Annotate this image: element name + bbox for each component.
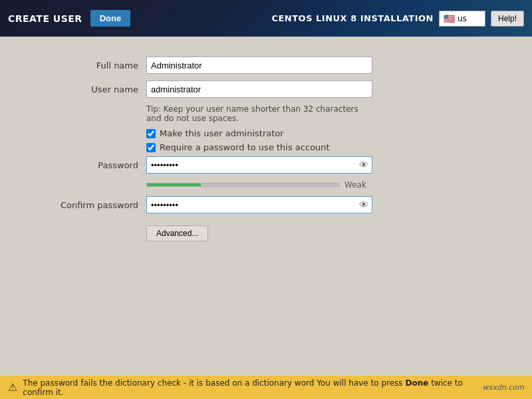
password-input[interactable] <box>146 156 372 174</box>
confirm-password-row: Confirm password 👁 <box>40 196 492 213</box>
page-title: CREATE USER <box>8 13 82 24</box>
fullname-input[interactable] <box>146 57 372 74</box>
password-checkbox-label[interactable]: Require a password to use this account <box>146 142 330 152</box>
advanced-spacer <box>40 220 146 241</box>
admin-checkbox-text: Make this user administrator <box>160 128 284 138</box>
help-button[interactable]: Help! <box>491 11 524 27</box>
strength-label: Weak <box>344 180 366 190</box>
strength-bar-fill <box>147 184 201 186</box>
advanced-row: Advanced... <box>40 220 492 241</box>
centos-title: CENTOS LINUX 8 INSTALLATION <box>271 13 434 23</box>
confirm-password-label: Confirm password <box>40 200 146 210</box>
footer-message: The password fails the dictionary check … <box>23 378 477 397</box>
lang-value: us <box>458 14 467 23</box>
strength-row: Weak <box>40 180 492 190</box>
main-content: Full name User name Tip: Keep your user … <box>0 37 532 376</box>
username-row: User name <box>40 80 492 98</box>
admin-checkbox-label[interactable]: Make this user administrator <box>146 128 284 138</box>
footer: ⚠ The password fails the dictionary chec… <box>0 376 532 399</box>
tip-spacer <box>40 104 146 123</box>
password-checkbox-text: Require a password to use this account <box>160 142 330 152</box>
username-label: User name <box>40 84 146 94</box>
language-selector[interactable]: 🇺🇸 us <box>439 11 485 27</box>
admin-checkbox[interactable] <box>146 129 156 138</box>
warning-icon: ⚠ <box>8 381 17 394</box>
tip-text: Tip: Keep your user name shorter than 32… <box>146 104 372 123</box>
password-eye-icon[interactable]: 👁 <box>359 160 368 170</box>
strength-bar <box>146 183 339 187</box>
password-label: Password <box>40 160 146 170</box>
header-left: CREATE USER Done <box>8 10 130 27</box>
password-checkbox[interactable] <box>146 143 156 152</box>
header: CREATE USER Done CENTOS LINUX 8 INSTALLA… <box>0 0 532 37</box>
username-input[interactable] <box>146 80 372 98</box>
password-checkbox-row: Require a password to use this account <box>40 142 492 152</box>
footer-warning-text: The password fails the dictionary check … <box>23 378 405 388</box>
confirm-password-input[interactable] <box>146 196 372 213</box>
advanced-button[interactable]: Advanced... <box>146 225 208 241</box>
tip-row: Tip: Keep your user name shorter than 32… <box>40 104 492 123</box>
flag-icon: 🇺🇸 <box>444 13 455 24</box>
admin-checkbox-row: Make this user administrator <box>40 128 492 138</box>
footer-watermark: wsxdn.com <box>483 383 524 392</box>
confirm-password-eye-icon[interactable]: 👁 <box>359 200 368 210</box>
fullname-label: Full name <box>40 61 146 70</box>
header-right: CENTOS LINUX 8 INSTALLATION 🇺🇸 us Help! <box>271 11 524 27</box>
confirm-password-wrapper: 👁 <box>146 196 372 213</box>
done-button[interactable]: Done <box>90 10 131 27</box>
password-row: Password 👁 <box>40 156 492 174</box>
fullname-row: Full name <box>40 57 492 74</box>
password-wrapper: 👁 <box>146 156 372 174</box>
form-container: Full name User name Tip: Keep your user … <box>40 57 492 241</box>
footer-done-text: Done <box>405 378 428 388</box>
